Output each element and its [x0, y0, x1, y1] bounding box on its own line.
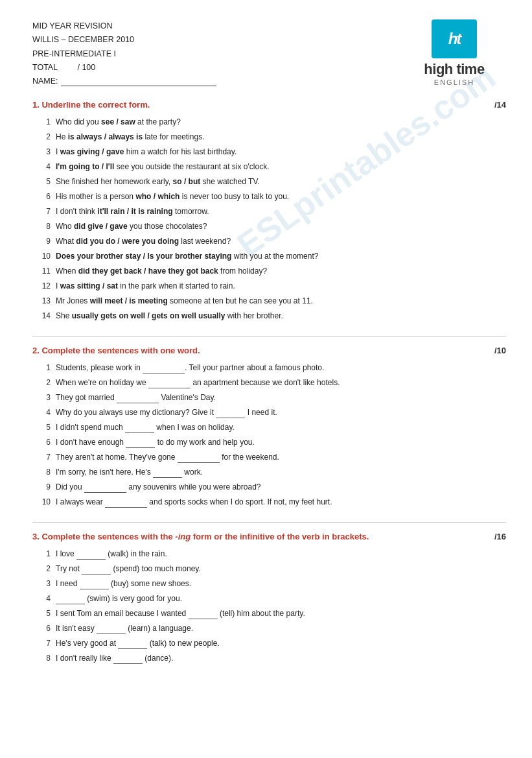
list-item: 6I don't have enough to do my work and h…	[39, 436, 506, 448]
list-item: 7He's very good at (talk) to new people.	[39, 637, 506, 649]
list-item: 8I don't really like (dance).	[39, 652, 506, 664]
section-1-title: 1. Underline the correct form. /14	[32, 100, 506, 110]
list-item: 1Who did you see / saw at the party?	[39, 116, 506, 128]
name-underline	[61, 77, 216, 86]
header-info: MID YEAR REVISION WILLIS – DECEMBER 2010…	[32, 19, 216, 88]
list-item: 12I was sitting / sat in the park when i…	[39, 280, 506, 292]
list-item: 2Try not (spend) too much money.	[39, 563, 506, 574]
logo-sub: English	[434, 78, 474, 86]
divider-2	[32, 522, 506, 523]
logo: ht high time English	[402, 19, 506, 86]
list-item: 10I always wear and sports socks when I …	[39, 496, 506, 508]
list-item: 4Why do you always use my dictionary? Gi…	[39, 407, 506, 418]
section-3-title: 3. Complete the sentences with the -ing …	[32, 532, 506, 541]
section-3-questions: 1I love (walk) in the rain. 2Try not (sp…	[32, 548, 506, 664]
logo-icon: ht	[432, 19, 477, 58]
list-item: 5She finished her homework early, so / b…	[39, 176, 506, 187]
list-item: 3I need (buy) some new shoes.	[39, 578, 506, 589]
list-item: 5I didn't spend much when I was on holid…	[39, 421, 506, 433]
divider-1	[32, 336, 506, 337]
page-header: MID YEAR REVISION WILLIS – DECEMBER 2010…	[32, 19, 506, 88]
section-1-questions: 1Who did you see / saw at the party? 2He…	[32, 116, 506, 322]
list-item: 9Did you any souvenirs while you were ab…	[39, 481, 506, 493]
list-item: 3I was giving / gave him a watch for his…	[39, 146, 506, 158]
total-label: TOTAL	[32, 61, 58, 75]
list-item: 1Students, please work in . Tell your pa…	[39, 362, 506, 373]
section-2-title: 2. Complete the sentences with one word.…	[32, 346, 506, 355]
list-item: 2When we're on holiday we an apartment b…	[39, 377, 506, 388]
total-line: TOTAL / 100	[32, 61, 216, 75]
total-value: / 100	[77, 61, 95, 75]
section-2: 2. Complete the sentences with one word.…	[32, 346, 506, 508]
list-item: 5I sent Tom an email because I wanted (t…	[39, 608, 506, 619]
list-item: 7They aren't at home. They've gone for t…	[39, 451, 506, 463]
header-line1: MID YEAR REVISION	[32, 19, 216, 33]
list-item: 8I'm sorry, he isn't here. He's work.	[39, 466, 506, 478]
list-item: 7I don't think it'll rain / it is rainin…	[39, 206, 506, 217]
list-item: 9What did you do / were you doing last w…	[39, 235, 506, 247]
list-item: 6His mother is a person who / which is n…	[39, 191, 506, 202]
section-3: 3. Complete the sentences with the -ing …	[32, 532, 506, 664]
list-item: 14She usually gets on well / gets on wel…	[39, 310, 506, 322]
list-item: 8Who did give / gave you those chocolate…	[39, 220, 506, 232]
list-item: 13Mr Jones will meet / is meeting someon…	[39, 295, 506, 307]
section-2-questions: 1Students, please work in . Tell your pa…	[32, 362, 506, 508]
list-item: 10Does your brother stay / Is your broth…	[39, 250, 506, 262]
name-line: NAME:	[32, 75, 216, 88]
list-item: 6It isn't easy (learn) a language.	[39, 622, 506, 634]
section-1: 1. Underline the correct form. /14 1Who …	[32, 100, 506, 322]
list-item: 4I'm going to / I'll see you outside the…	[39, 161, 506, 172]
list-item: 3They got married Valentine's Day.	[39, 392, 506, 403]
header-line2: WILLIS – DECEMBER 2010	[32, 33, 216, 47]
list-item: 2He is always / always is late for meeti…	[39, 131, 506, 143]
list-item: 4 (swim) is very good for you.	[39, 593, 506, 604]
header-line3: PRE-INTERMEDIATE I	[32, 47, 216, 61]
name-label: NAME:	[32, 75, 58, 88]
logo-brand: high time	[424, 61, 484, 78]
list-item: 11When did they get back / have they got…	[39, 265, 506, 277]
list-item: 1I love (walk) in the rain.	[39, 548, 506, 560]
